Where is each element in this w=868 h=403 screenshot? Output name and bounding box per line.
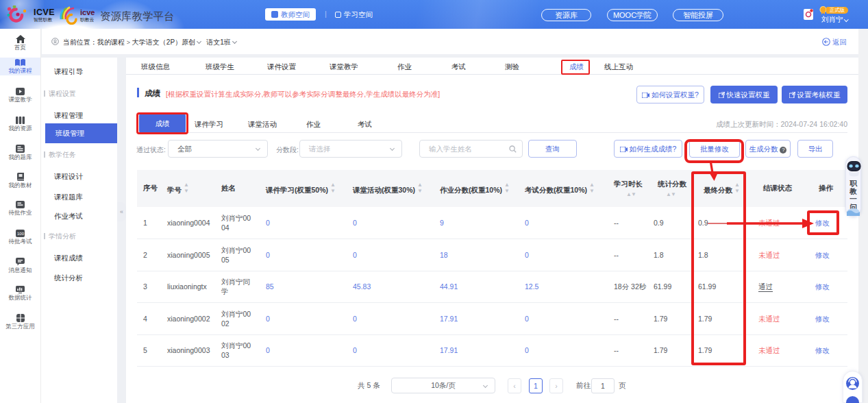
svg-text:智慧职教: 智慧职教 <box>34 17 52 23</box>
svg-text:职教云: 职教云 <box>80 17 95 23</box>
svg-text:100: 100 <box>17 232 25 236</box>
svg-text:icve: icve <box>80 8 95 16</box>
svg-text:ICVE: ICVE <box>34 8 55 17</box>
